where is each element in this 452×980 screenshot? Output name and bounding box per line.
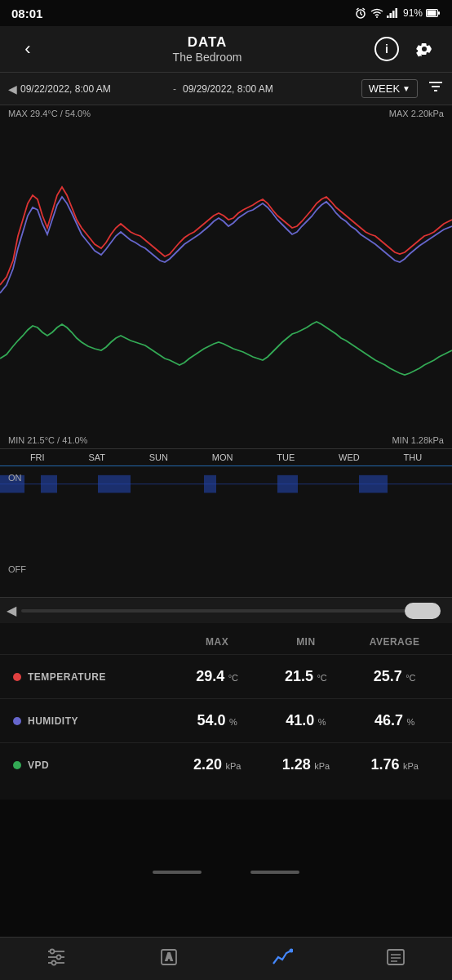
svg-text:A: A bbox=[166, 951, 173, 963]
wifi-icon bbox=[370, 8, 383, 18]
date-prev-arrow[interactable]: ◀ bbox=[8, 82, 17, 96]
stats-avg-header: AVERAGE bbox=[350, 636, 439, 648]
stats-min-header: MIN bbox=[262, 636, 351, 648]
nav-sliders-button[interactable] bbox=[47, 948, 66, 966]
scroll-indicator bbox=[0, 865, 452, 880]
temperature-min-unit: °C bbox=[317, 673, 326, 683]
stats-table: MAX MIN AVERAGE TEMPERATURE 29.4 °C 21.5… bbox=[0, 623, 452, 800]
sliders-icon bbox=[47, 948, 66, 966]
svg-rect-16 bbox=[0, 122, 452, 432]
svg-rect-21 bbox=[98, 475, 131, 493]
temperature-avg-cell: 25.7 °C bbox=[350, 668, 439, 685]
date-dash: - bbox=[173, 83, 176, 95]
page-title: DATA bbox=[42, 34, 372, 51]
page-subtitle: The Bedroom bbox=[42, 51, 372, 64]
temperature-min-cell: 21.5 °C bbox=[262, 668, 351, 685]
min-left-label: MIN 21.5°C / 41.0% bbox=[8, 435, 87, 445]
week-label: WEEK bbox=[369, 82, 400, 95]
humidity-max-unit: % bbox=[229, 717, 237, 727]
nav-text-button[interactable]: A bbox=[159, 947, 179, 967]
day-mon: MON bbox=[212, 452, 233, 462]
day-thu: THU bbox=[403, 452, 422, 462]
day-fri: FRI bbox=[30, 452, 45, 462]
min-right-label: MIN 1.28kPa bbox=[392, 435, 444, 445]
settings-button[interactable] bbox=[410, 34, 439, 64]
vpd-avg-cell: 1.76 kPa bbox=[350, 756, 439, 773]
nav-chart-button[interactable] bbox=[272, 947, 293, 967]
temperature-avg-val: 25.7 bbox=[374, 668, 402, 684]
header: ‹ DATA The Bedroom i bbox=[0, 26, 452, 73]
svg-point-29 bbox=[57, 956, 61, 960]
header-center: DATA The Bedroom bbox=[42, 34, 372, 64]
temperature-avg-unit: °C bbox=[405, 673, 415, 683]
vpd-avg-val: 1.76 bbox=[370, 756, 399, 773]
vpd-row: VPD 2.20 kPa 1.28 kPa 1.76 kPa bbox=[0, 742, 452, 786]
humidity-avg-cell: 46.7 % bbox=[350, 712, 439, 729]
sort-icon bbox=[428, 80, 444, 93]
humidity-label: HUMIDITY bbox=[28, 715, 78, 727]
svg-rect-11 bbox=[428, 11, 436, 16]
week-selector[interactable]: WEEK ▼ bbox=[361, 79, 418, 98]
humidity-avg-val: 46.7 bbox=[374, 712, 403, 728]
status-bar: 08:01 91% bbox=[0, 0, 452, 26]
vpd-dot bbox=[13, 761, 21, 769]
back-arrow-icon: ‹ bbox=[24, 38, 30, 60]
chart-container: MAX 29.4°C / 54.0% MAX 2.20kPa MIN 21.5°… bbox=[0, 105, 452, 466]
svg-rect-24 bbox=[359, 475, 388, 493]
svg-rect-8 bbox=[392, 11, 395, 18]
svg-rect-20 bbox=[41, 475, 57, 493]
slider-thumb[interactable] bbox=[405, 603, 441, 619]
day-labels: FRI SAT SUN MON TUE WED THU bbox=[0, 448, 452, 466]
battery-icon bbox=[426, 9, 441, 17]
humidity-dot bbox=[13, 717, 21, 725]
svg-point-5 bbox=[376, 16, 378, 18]
signal-icon bbox=[387, 8, 400, 18]
nav-list-button[interactable] bbox=[386, 948, 405, 966]
gear-icon bbox=[414, 39, 434, 59]
chart-top-labels: MAX 29.4°C / 54.0% MAX 2.20kPa bbox=[0, 105, 452, 122]
humidity-max-val: 54.0 bbox=[197, 712, 225, 728]
svg-rect-22 bbox=[204, 475, 216, 493]
slider-left-arrow[interactable]: ◀ bbox=[7, 603, 16, 618]
temperature-min-val: 21.5 bbox=[285, 668, 313, 684]
temperature-row: TEMPERATURE 29.4 °C 21.5 °C 25.7 °C bbox=[0, 654, 452, 698]
svg-point-30 bbox=[52, 961, 56, 965]
vpd-max-val: 2.20 bbox=[193, 756, 222, 773]
humidity-min-unit: % bbox=[318, 717, 326, 727]
slider-bar[interactable]: ◀ bbox=[0, 597, 452, 623]
scroll-thumb-left bbox=[153, 871, 202, 874]
svg-rect-34 bbox=[388, 950, 404, 964]
humidity-max-cell: 54.0 % bbox=[173, 712, 262, 729]
svg-rect-23 bbox=[277, 475, 298, 493]
chart-bottom-labels: MIN 21.5°C / 41.0% MIN 1.28kPa bbox=[0, 432, 452, 448]
vpd-min-val: 1.28 bbox=[282, 756, 311, 773]
scroll-thumb-right bbox=[250, 871, 299, 874]
onoff-on-label: ON bbox=[8, 473, 22, 483]
back-button[interactable]: ‹ bbox=[13, 34, 42, 64]
filter-button[interactable] bbox=[428, 80, 444, 97]
day-sat: SAT bbox=[88, 452, 105, 462]
stats-name-header bbox=[13, 636, 173, 648]
max-right-label: MAX 2.20kPa bbox=[389, 109, 444, 118]
slider-track[interactable] bbox=[21, 609, 441, 612]
onoff-off-label: OFF bbox=[8, 564, 26, 574]
temperature-max-cell: 29.4 °C bbox=[173, 668, 262, 685]
max-left-label: MAX 29.4°C / 54.0% bbox=[8, 109, 91, 118]
status-icons: 91% bbox=[354, 7, 441, 19]
svg-line-2 bbox=[361, 14, 362, 16]
status-time: 08:01 bbox=[11, 7, 42, 20]
humidity-min-val: 41.0 bbox=[286, 712, 314, 728]
info-button[interactable]: i bbox=[372, 34, 401, 64]
humidity-min-cell: 41.0 % bbox=[262, 712, 351, 729]
svg-line-4 bbox=[362, 8, 365, 10]
svg-rect-9 bbox=[395, 8, 397, 18]
battery-level: 91% bbox=[403, 7, 423, 19]
vpd-min-cell: 1.28 kPa bbox=[262, 756, 351, 773]
info-icon: i bbox=[374, 37, 399, 61]
svg-rect-6 bbox=[387, 16, 389, 18]
stats-max-header: MAX bbox=[173, 636, 262, 648]
temperature-dot bbox=[13, 673, 21, 681]
svg-line-3 bbox=[357, 8, 359, 10]
humidity-avg-unit: % bbox=[406, 717, 414, 727]
vpd-min-unit: kPa bbox=[314, 761, 330, 771]
